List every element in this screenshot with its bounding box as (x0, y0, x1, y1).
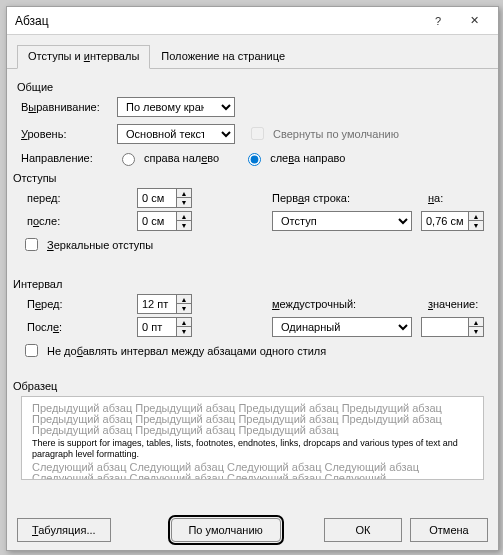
default-button[interactable]: По умолчанию (171, 518, 281, 542)
help-icon: ? (435, 15, 441, 27)
group-indent: Отступы (13, 172, 484, 184)
spin-down-icon[interactable]: ▼ (177, 198, 191, 207)
indent-after-spinner[interactable]: ▲▼ (137, 211, 192, 231)
group-general: Общие (17, 81, 484, 93)
indent-before-label: перед: (21, 192, 81, 204)
tab-indents[interactable]: Отступы и интервалы (17, 45, 150, 69)
firstline-label: Первая строка: (272, 192, 350, 204)
mirror-indent-checkbox[interactable]: Зеркальные отступы (21, 235, 484, 254)
close-button[interactable]: ✕ (456, 8, 492, 34)
dialog-footer: Табуляция... По умолчанию ОК Отмена (17, 518, 488, 542)
linespacing-label: междустрочный: (272, 298, 356, 310)
preview-next-text: Следующий абзац Следующий абзац Следующи… (26, 462, 479, 480)
cancel-button[interactable]: Отмена (410, 518, 488, 542)
no-same-style-spacing-checkbox[interactable]: Не добавлять интервал между абзацами одн… (21, 341, 484, 360)
preview-prev-text: Предыдущий абзац Предыдущий абзац Предыд… (26, 403, 479, 436)
by-spinner[interactable]: ▲▼ (421, 211, 484, 231)
spin-up-icon[interactable]: ▲ (177, 189, 191, 198)
alignment-select[interactable]: По левому краю (117, 97, 235, 117)
direction-label: Направление: (21, 152, 117, 164)
space-before-label: Перед: (21, 298, 81, 310)
space-after-spinner[interactable]: ▲▼ (137, 317, 192, 337)
direction-rtl-radio[interactable]: справа налево (117, 150, 219, 166)
level-label: Уровень: (21, 128, 117, 140)
space-after-label: После: (21, 321, 81, 333)
indent-before-spinner[interactable]: ▲▼ (137, 188, 192, 208)
alignment-label: Выравнивание: (21, 101, 117, 113)
level-select[interactable]: Основной текст (117, 124, 235, 144)
linespacing-select[interactable]: Одинарный (272, 317, 412, 337)
tab-position[interactable]: Положение на странице (150, 45, 296, 68)
help-button[interactable]: ? (420, 8, 456, 34)
by-label: на: (428, 192, 484, 204)
indent-after-label: после: (21, 215, 81, 227)
tab-bar: Отступы и интервалы Положение на страниц… (7, 35, 498, 69)
close-icon: ✕ (470, 14, 479, 27)
paragraph-dialog: Абзац ? ✕ Отступы и интервалы Положение … (6, 6, 499, 551)
group-preview: Образец (13, 380, 484, 392)
titlebar: Абзац ? ✕ (7, 7, 498, 35)
group-spacing: Интервал (13, 278, 484, 290)
preview-box: Предыдущий абзац Предыдущий абзац Предыд… (21, 396, 484, 480)
at-spinner[interactable]: ▲▼ (421, 317, 484, 337)
ok-button[interactable]: ОК (324, 518, 402, 542)
firstline-select[interactable]: Отступ (272, 211, 412, 231)
collapse-checkbox[interactable]: Свернуты по умолчанию (247, 124, 399, 143)
direction-ltr-radio[interactable]: слева направо (243, 150, 345, 166)
preview-sample-text: There is support for images, tables, lis… (26, 436, 479, 462)
at-label: значение: (428, 298, 484, 310)
dialog-title: Абзац (15, 14, 420, 28)
tabs-button[interactable]: Табуляция... (17, 518, 111, 542)
space-before-spinner[interactable]: ▲▼ (137, 294, 192, 314)
